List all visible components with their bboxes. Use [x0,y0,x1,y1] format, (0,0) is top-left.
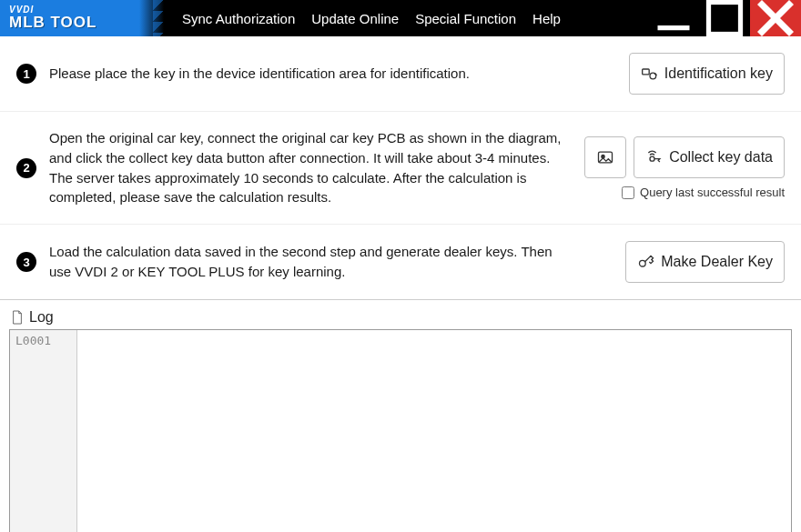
step-1-text: Please place the key in the device ident… [49,64,572,84]
log-section: Log L0001 [0,300,801,532]
app-logo: VVDI MLB TOOL [0,0,164,36]
menu-bar: Sync Authorization Update Online Special… [182,11,648,26]
make-key-icon [637,253,655,271]
file-icon [11,310,24,325]
titlebar: VVDI MLB TOOL Sync Authorization Update … [0,0,801,36]
menu-help[interactable]: Help [532,11,561,26]
maximize-button[interactable] [699,0,750,36]
step-3-number: 3 [16,252,36,272]
view-diagram-button[interactable] [584,136,626,178]
menu-update-online[interactable]: Update Online [311,11,399,26]
log-content [77,330,791,532]
menu-sync-authorization[interactable]: Sync Authorization [182,11,295,26]
svg-rect-1 [709,3,741,35]
log-line-number: L0001 [15,334,71,347]
query-last-result-row[interactable]: Query last successful result [622,186,785,199]
svg-point-8 [650,156,654,161]
image-icon [596,148,614,166]
query-last-result-checkbox[interactable] [622,186,634,199]
identification-key-label: Identification key [664,65,773,82]
log-box[interactable]: L0001 [9,329,792,532]
maximize-icon [699,0,750,44]
step-3: 3 Load the calculation data saved in the… [0,225,801,300]
steps-panel: 1 Please place the key in the device ide… [0,36,801,300]
identification-key-button[interactable]: Identification key [629,53,785,95]
collect-key-data-button[interactable]: Collect key data [634,136,785,178]
step-2-number: 2 [16,158,36,178]
close-button[interactable] [750,0,801,36]
log-title: Log [29,309,54,326]
minimize-button[interactable] [648,0,699,36]
logo-bottom: MLB TOOL [9,15,155,32]
key-scan-icon [641,65,659,83]
signal-key-icon [645,148,664,166]
collect-key-data-label: Collect key data [669,149,773,166]
make-dealer-key-label: Make Dealer Key [661,254,773,270]
log-gutter: L0001 [10,330,77,532]
close-icon [750,0,801,44]
step-1-number: 1 [16,64,36,84]
menu-special-function[interactable]: Special Function [415,11,516,26]
step-2: 2 Open the original car key, connect the… [0,112,801,225]
step-2-text: Open the original car key, connect the o… [49,128,572,207]
step-1: 1 Please place the key in the device ide… [0,36,801,112]
query-last-result-label: Query last successful result [640,186,785,199]
log-header: Log [9,306,792,329]
minimize-icon [648,0,699,44]
window-controls [648,0,801,36]
make-dealer-key-button[interactable]: Make Dealer Key [625,241,785,283]
step-3-text: Load the calculation data saved in the s… [49,242,572,282]
svg-rect-4 [642,69,649,75]
